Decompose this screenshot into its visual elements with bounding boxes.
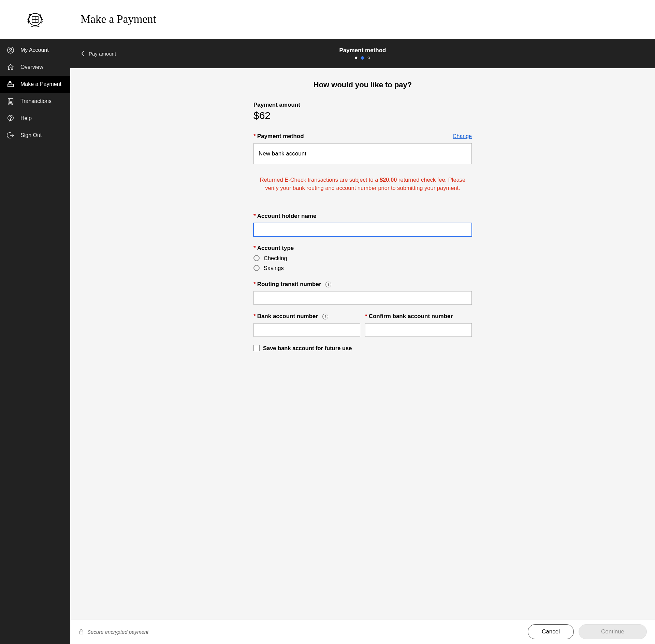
receipt-icon: $ bbox=[7, 98, 14, 105]
step-dot-2 bbox=[361, 56, 364, 60]
step-dot-1 bbox=[355, 57, 358, 59]
chevron-left-icon bbox=[81, 50, 85, 57]
routing-input[interactable] bbox=[253, 291, 472, 305]
routing-label: *Routing transit number i bbox=[253, 281, 472, 288]
sidebar-item-transactions[interactable]: $ Transactions bbox=[0, 93, 70, 110]
question-heading: How would you like to pay? bbox=[253, 80, 472, 89]
payment-amount-label: Payment amount bbox=[253, 102, 472, 108]
cancel-button[interactable]: Cancel bbox=[528, 624, 574, 639]
checkbox-icon bbox=[253, 345, 260, 351]
sidebar-item-label: Overview bbox=[20, 64, 43, 70]
svg-rect-7 bbox=[9, 81, 11, 83]
sidebar-item-label: Help bbox=[20, 115, 32, 121]
svg-rect-11 bbox=[79, 631, 83, 634]
sidebar-item-label: Sign Out bbox=[20, 132, 42, 138]
confirm-bank-label: *Confirm bank account number bbox=[365, 313, 472, 320]
sidebar-item-sign-out[interactable]: Sign Out bbox=[0, 127, 70, 144]
svg-rect-6 bbox=[8, 84, 14, 87]
svg-point-10 bbox=[10, 119, 11, 120]
logo bbox=[0, 0, 70, 39]
step-dots bbox=[339, 57, 386, 60]
echeck-warning: Returned E-Check transactions are subjec… bbox=[253, 176, 472, 192]
info-icon[interactable]: i bbox=[325, 282, 331, 287]
sidebar-item-label: Make a Payment bbox=[20, 81, 61, 87]
payment-method-label: *Payment method bbox=[253, 133, 304, 140]
sidebar-item-make-payment[interactable]: Make a Payment bbox=[0, 76, 70, 93]
continue-button[interactable]: Continue bbox=[579, 624, 647, 639]
university-seal-icon bbox=[24, 9, 46, 30]
user-icon bbox=[7, 46, 14, 54]
secure-label: Secure encrypted payment bbox=[87, 629, 148, 635]
page-header: Make a Payment bbox=[70, 0, 655, 39]
account-holder-input[interactable] bbox=[253, 223, 472, 237]
account-type-checking[interactable]: Checking bbox=[253, 255, 472, 261]
back-label: Pay amount bbox=[89, 51, 116, 57]
payment-amount-value: $62 bbox=[253, 110, 472, 121]
change-payment-method-link[interactable]: Change bbox=[453, 133, 472, 139]
info-icon[interactable]: i bbox=[322, 314, 328, 319]
secure-indicator: Secure encrypted payment bbox=[78, 629, 148, 635]
payment-method-selected[interactable]: New bank account bbox=[253, 143, 472, 164]
radio-icon bbox=[253, 265, 260, 271]
stepper-bar: Pay amount Payment method bbox=[70, 39, 655, 68]
page-title: Make a Payment bbox=[81, 13, 156, 26]
help-icon bbox=[7, 115, 14, 122]
sign-out-icon bbox=[7, 132, 14, 139]
sidebar-item-help[interactable]: Help bbox=[0, 110, 70, 127]
account-holder-label: *Account holder name bbox=[253, 213, 472, 220]
svg-text:$: $ bbox=[9, 99, 10, 101]
cash-register-icon bbox=[7, 80, 14, 88]
save-bank-label: Save bank account for future use bbox=[263, 345, 352, 351]
radio-icon bbox=[253, 255, 260, 261]
sidebar-item-label: My Account bbox=[20, 47, 49, 53]
bank-account-label: *Bank account number i bbox=[253, 313, 360, 320]
home-icon bbox=[7, 63, 14, 71]
sidebar-item-overview[interactable]: Overview bbox=[0, 59, 70, 76]
account-type-label: *Account type bbox=[253, 245, 472, 252]
sidebar-item-my-account[interactable]: My Account bbox=[0, 42, 70, 59]
back-pay-amount[interactable]: Pay amount bbox=[81, 50, 116, 57]
bank-account-input[interactable] bbox=[253, 323, 360, 337]
account-type-savings[interactable]: Savings bbox=[253, 265, 472, 271]
svg-point-5 bbox=[10, 48, 12, 50]
save-bank-checkbox-row[interactable]: Save bank account for future use bbox=[253, 345, 472, 351]
sidebar-item-label: Transactions bbox=[20, 98, 52, 104]
step-dot-3 bbox=[368, 57, 370, 59]
radio-label: Savings bbox=[264, 265, 284, 271]
lock-icon bbox=[78, 629, 84, 635]
sidebar-nav: My Account Overview Make a Payment $ Tra… bbox=[0, 39, 70, 644]
step-current-label: Payment method bbox=[339, 47, 386, 54]
footer-bar: Secure encrypted payment Cancel Continue bbox=[70, 619, 655, 644]
confirm-bank-input[interactable] bbox=[365, 323, 472, 337]
radio-label: Checking bbox=[264, 255, 287, 261]
